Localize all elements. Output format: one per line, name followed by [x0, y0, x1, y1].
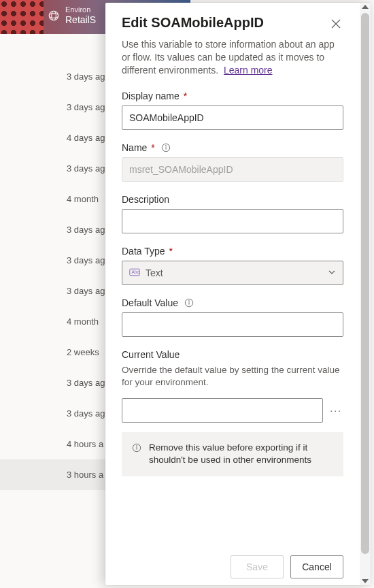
svg-point-5: [165, 145, 166, 146]
list-item[interactable]: 3 days ag: [0, 214, 119, 245]
default-value-input[interactable]: [122, 312, 343, 337]
data-type-value: Text: [146, 267, 163, 278]
chevron-down-icon: [328, 267, 336, 278]
current-value-input[interactable]: [122, 398, 323, 423]
data-type-select[interactable]: Abc Text: [122, 261, 343, 285]
current-value-label: Current Value: [122, 349, 343, 360]
list-item[interactable]: 4 month: [0, 184, 119, 214]
panel-scrollbar[interactable]: [360, 3, 371, 585]
list-item[interactable]: 3 days ag: [0, 92, 119, 122]
list-item[interactable]: 3 days ag: [0, 245, 119, 276]
svg-text:Abc: Abc: [132, 270, 140, 274]
display-name-label: Display name*: [122, 91, 343, 101]
edit-panel: Edit SOAMobileAppID Use this variable to…: [105, 3, 371, 585]
list-item[interactable]: 4 days ag: [0, 122, 119, 153]
current-value-sub: Override the default value by setting th…: [122, 364, 343, 389]
data-type-label: Data Type*: [122, 246, 343, 257]
scroll-up-arrow[interactable]: [362, 5, 369, 9]
info-icon[interactable]: [160, 142, 171, 153]
info-icon: [131, 442, 142, 453]
more-options-button[interactable]: ···: [328, 402, 343, 419]
environment-icon: [48, 10, 60, 22]
svg-point-13: [136, 446, 137, 446]
env-label: Environ: [65, 5, 96, 14]
list-item[interactable]: 3 days ag: [0, 398, 119, 429]
learn-more-link[interactable]: Learn more: [224, 65, 273, 76]
list-item[interactable]: 3 hours a: [0, 459, 119, 490]
svg-point-0: [49, 14, 58, 18]
svg-point-2: [49, 11, 58, 20]
export-warning-note: Remove this value before exporting if it…: [122, 432, 343, 476]
list-item[interactable]: 3 days ag: [0, 368, 119, 398]
list-item[interactable]: 4 month: [0, 306, 119, 337]
panel-title: Edit SOAMobileAppID: [122, 15, 264, 31]
list-item[interactable]: 3 days ag: [0, 153, 119, 184]
list-item[interactable]: 3 days ag: [0, 276, 119, 306]
name-label: Name*: [122, 142, 343, 153]
save-button[interactable]: Save: [231, 555, 284, 578]
list-item[interactable]: 3 days ag: [0, 61, 119, 92]
panel-help-text: Use this variable to store information a…: [122, 38, 343, 77]
svg-point-10: [188, 300, 189, 301]
display-name-input[interactable]: [122, 105, 343, 130]
cancel-button[interactable]: Cancel: [290, 555, 343, 578]
list-item[interactable]: 2 weeks: [0, 337, 119, 368]
scroll-thumb[interactable]: [361, 13, 369, 554]
name-input: [122, 157, 343, 182]
info-icon[interactable]: [184, 297, 194, 308]
text-type-icon: Abc: [129, 267, 140, 278]
list-item[interactable]: 4 hours a: [0, 429, 119, 459]
svg-point-1: [52, 11, 56, 20]
scroll-down-arrow[interactable]: [362, 579, 369, 583]
description-input[interactable]: [122, 209, 343, 233]
description-label: Description: [122, 194, 343, 205]
env-name: RetailS: [65, 14, 96, 26]
default-value-label: Default Value: [122, 297, 343, 308]
header-pattern: [0, 0, 44, 34]
close-button[interactable]: [328, 16, 343, 34]
background-list: 3 days ag3 days ag4 days ag3 days ag4 mo…: [0, 61, 119, 490]
